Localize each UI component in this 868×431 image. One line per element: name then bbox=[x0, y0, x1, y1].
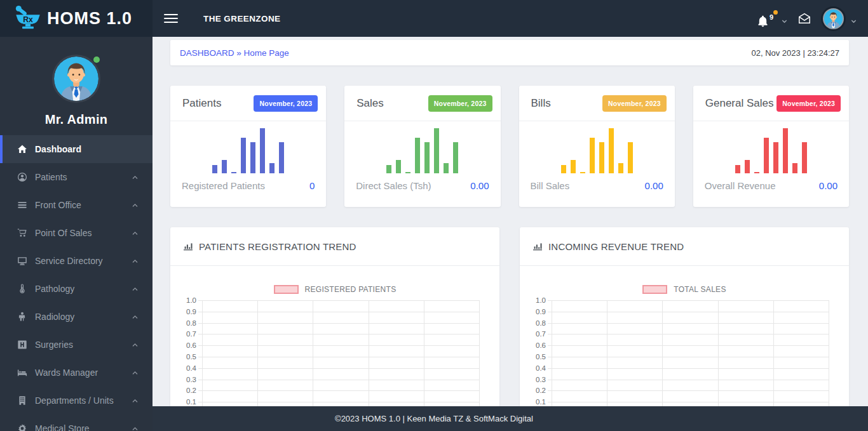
y-axis-tick-label: 0.9 bbox=[186, 307, 196, 316]
sidebar-item-patients[interactable]: Patients bbox=[0, 163, 153, 191]
sparkline-bar bbox=[405, 172, 410, 173]
chart-card-incoming-revenue-trend: INCOMING REVENUE TRENDTOTAL SALES1.00.90… bbox=[520, 227, 849, 431]
chevron-up-icon bbox=[131, 285, 139, 293]
sidebar-item-service-directory[interactable]: Service Directory bbox=[0, 247, 153, 275]
sparkline-bar bbox=[571, 160, 576, 173]
chart-title: INCOMING REVENUE TREND bbox=[548, 241, 684, 252]
sidebar-item-label: Patients bbox=[35, 172, 67, 182]
sparkline-bar bbox=[792, 163, 797, 173]
top-navbar: Rx HOMS 1.0 THE GREENZONE 9 bbox=[0, 0, 868, 37]
y-axis-tick-label: 1.0 bbox=[536, 296, 546, 305]
y-axis-tick-label: 0.7 bbox=[536, 329, 546, 338]
sparkline-bar bbox=[415, 138, 420, 173]
sparkline-bar bbox=[745, 160, 750, 173]
stat-card-metric-value[interactable]: 0.00 bbox=[645, 180, 663, 191]
chevron-down-icon[interactable] bbox=[850, 17, 858, 25]
desktop-icon bbox=[17, 256, 27, 266]
bar-chart-icon bbox=[183, 241, 193, 251]
list-icon bbox=[17, 200, 27, 210]
stat-card-title: Sales bbox=[356, 97, 384, 110]
sidebar-item-surgeries[interactable]: Surgeries bbox=[0, 331, 153, 359]
sparkline-chart bbox=[693, 121, 849, 173]
sparkline-bar bbox=[561, 165, 566, 173]
breadcrumb-page[interactable]: Home Page bbox=[244, 48, 289, 58]
app-title: HOMS 1.0 bbox=[47, 9, 132, 29]
sidebar-item-label: Wards Manager bbox=[35, 368, 98, 378]
stat-card-sales: SalesNovember, 2023Direct Sales (Tsh)0.0… bbox=[344, 86, 500, 207]
sparkline-chart bbox=[170, 121, 326, 173]
sparkline-bar bbox=[386, 165, 391, 173]
sparkline-bar bbox=[802, 142, 807, 173]
sparkline-bar bbox=[754, 172, 759, 173]
sparkline-bar bbox=[764, 138, 769, 173]
sparkline-bar bbox=[773, 142, 778, 173]
stat-card-metric-label: Bill Sales bbox=[531, 180, 570, 191]
sidebar-item-radiology[interactable]: Radiology bbox=[0, 303, 153, 331]
sidebar-item-dashboard[interactable]: Dashboard bbox=[0, 135, 153, 163]
stat-card-metric-value[interactable]: 0.00 bbox=[470, 180, 489, 191]
cart-icon bbox=[17, 228, 27, 238]
y-axis-tick-label: 0.5 bbox=[186, 352, 196, 361]
chart-legend[interactable]: REGISTERED PATIENTS bbox=[170, 285, 499, 294]
y-axis-tick-label: 0.1 bbox=[536, 397, 546, 406]
gear-icon bbox=[17, 423, 27, 431]
notification-dot bbox=[773, 10, 778, 15]
notifications-button[interactable]: 9 bbox=[756, 9, 778, 28]
y-axis-tick-label: 0.4 bbox=[186, 364, 196, 373]
messages-icon[interactable] bbox=[797, 11, 811, 25]
sparkline-bar bbox=[260, 128, 265, 173]
stat-cards-row: PatientsNovember, 2023Registered Patient… bbox=[170, 86, 849, 207]
chevron-up-icon bbox=[131, 397, 139, 405]
sidebar-menu: DashboardPatientsFront OfficePoint Of Sa… bbox=[0, 135, 153, 431]
sparkline-bar bbox=[279, 142, 284, 173]
stat-card-metric-label: Direct Sales (Tsh) bbox=[356, 180, 431, 191]
sidebar-item-label: Point Of Sales bbox=[35, 228, 92, 238]
user-name: Mr. Admin bbox=[0, 112, 153, 127]
y-axis-tick-label: 0.4 bbox=[536, 364, 546, 373]
chart-card-patients-registration-trend: PATIENTS REGISTRATION TRENDREGISTERED PA… bbox=[170, 227, 499, 431]
legend-label: TOTAL SALES bbox=[674, 285, 726, 294]
sparkline-bar bbox=[231, 172, 236, 173]
stat-card-month-badge: November, 2023 bbox=[254, 95, 318, 112]
chart-legend[interactable]: TOTAL SALES bbox=[520, 285, 849, 294]
body-icon bbox=[17, 312, 27, 322]
chevron-up-icon bbox=[131, 173, 139, 182]
stat-card-metric-label: Overall Revenue bbox=[705, 180, 776, 191]
sidebar-item-wards-manager[interactable]: Wards Manager bbox=[0, 359, 153, 387]
sidebar-item-departments-units[interactable]: Departments / Units bbox=[0, 387, 153, 414]
sparkline-bar bbox=[590, 138, 595, 173]
stat-card-title: Patients bbox=[182, 97, 221, 110]
datetime: 02, Nov 2023 | 23:24:27 bbox=[751, 48, 839, 58]
stat-card-month-badge: November, 2023 bbox=[602, 95, 667, 112]
stat-card-metric-label: Registered Patients bbox=[182, 180, 265, 191]
avatar[interactable] bbox=[52, 55, 100, 103]
sparkline-chart bbox=[344, 121, 500, 173]
svg-text:Rx: Rx bbox=[23, 15, 33, 24]
bed-icon bbox=[17, 368, 27, 378]
sidebar-item-medical-store[interactable]: Medical Store bbox=[0, 414, 153, 431]
sidebar: Mr. Admin DashboardPatientsFront OfficeP… bbox=[0, 37, 153, 431]
stat-card-patients: PatientsNovember, 2023Registered Patient… bbox=[170, 86, 326, 207]
sparkline-bar bbox=[396, 160, 401, 173]
trend-charts-row: PATIENTS REGISTRATION TRENDREGISTERED PA… bbox=[170, 227, 849, 431]
brand[interactable]: Rx HOMS 1.0 bbox=[0, 0, 153, 37]
chevron-up-icon bbox=[131, 201, 139, 209]
sparkline-bar bbox=[222, 160, 227, 173]
legend-swatch bbox=[274, 285, 299, 294]
homs-dashboard: Rx HOMS 1.0 THE GREENZONE 9 bbox=[0, 0, 868, 431]
breadcrumb: DASHBOARD » Home Page bbox=[180, 48, 289, 58]
sparkline-bar bbox=[241, 138, 246, 173]
chevron-down-icon[interactable] bbox=[780, 17, 789, 25]
stat-card-metric-value[interactable]: 0.00 bbox=[819, 180, 837, 191]
sidebar-item-front-office[interactable]: Front Office bbox=[0, 191, 153, 219]
sparkline-chart bbox=[519, 121, 675, 173]
stat-card-metric-value[interactable]: 0 bbox=[309, 180, 315, 191]
bar-chart-icon bbox=[532, 241, 543, 251]
y-axis-tick-label: 0.1 bbox=[186, 397, 196, 406]
user-menu-avatar[interactable] bbox=[823, 8, 844, 29]
sidebar-item-point-of-sales[interactable]: Point Of Sales bbox=[0, 219, 153, 247]
sidebar-toggle-icon[interactable] bbox=[164, 11, 178, 25]
breadcrumb-section[interactable]: DASHBOARD bbox=[180, 48, 234, 58]
sidebar-item-pathology[interactable]: Pathology bbox=[0, 275, 153, 303]
user-icon bbox=[17, 172, 27, 182]
